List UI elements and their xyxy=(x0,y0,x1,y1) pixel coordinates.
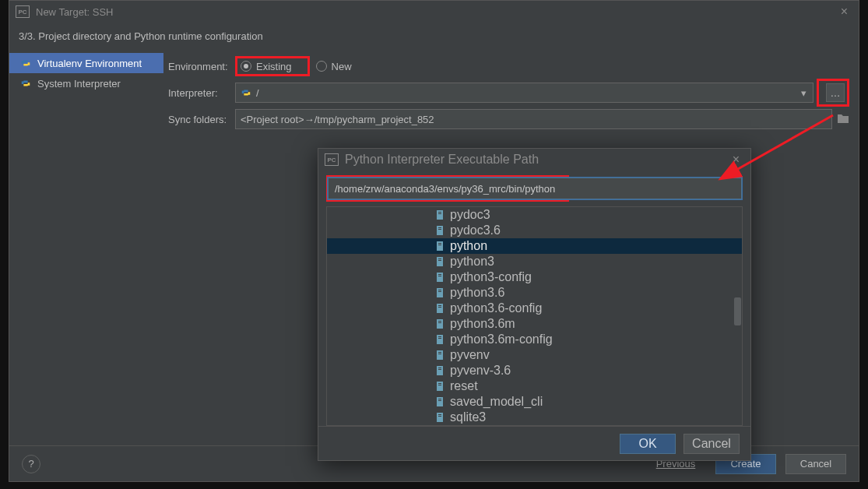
svg-rect-18 xyxy=(437,304,443,313)
sidebar-item-virtualenv[interactable]: Virtualenv Environment xyxy=(9,53,163,73)
cancel-button[interactable]: Cancel xyxy=(785,454,846,474)
list-item-label: python3.6 xyxy=(450,286,504,300)
svg-rect-19 xyxy=(438,305,441,306)
svg-rect-9 xyxy=(437,257,443,266)
list-item-label: python3-config xyxy=(450,270,532,284)
svg-rect-41 xyxy=(438,416,441,417)
file-icon xyxy=(436,413,445,422)
list-item-label: saved_model_cli xyxy=(450,395,543,409)
chevron-down-icon: ▾ xyxy=(801,87,807,99)
list-item[interactable]: python xyxy=(327,238,742,254)
svg-rect-13 xyxy=(438,274,441,275)
python-icon xyxy=(20,58,31,69)
cancel-button[interactable]: Cancel xyxy=(684,434,740,454)
browse-interpreter-button[interactable]: … xyxy=(826,83,845,102)
svg-rect-6 xyxy=(437,241,443,251)
row-interpreter: Interpreter: / ▾ … xyxy=(168,79,849,106)
sync-folders-label: Sync folders: xyxy=(168,114,235,125)
list-item[interactable]: python3.6 xyxy=(327,285,742,301)
help-button[interactable]: ? xyxy=(22,455,40,473)
list-item-label: python3.6m xyxy=(450,317,515,331)
list-item[interactable]: python3.6m-config xyxy=(327,332,742,347)
list-item-label: python3 xyxy=(450,255,494,269)
svg-rect-3 xyxy=(437,226,443,235)
svg-rect-39 xyxy=(437,413,443,422)
titlebar: PC New Target: SSH × xyxy=(9,1,859,23)
list-item-label: reset xyxy=(450,379,478,393)
list-item-label: pydoc3.6 xyxy=(450,223,501,237)
file-icon xyxy=(436,319,445,329)
environment-label: Environment: xyxy=(168,61,235,72)
svg-rect-16 xyxy=(438,290,441,290)
sync-folders-value: <Project root>→/tmp/pycharm_project_852 xyxy=(241,114,434,125)
interpreter-dropdown[interactable]: / ▾ xyxy=(235,83,814,103)
svg-rect-21 xyxy=(437,319,443,329)
list-item[interactable]: pydoc3 xyxy=(327,207,742,223)
list-item[interactable]: python3-config xyxy=(327,269,742,285)
file-icon xyxy=(436,335,445,344)
list-item[interactable]: pydoc3.6 xyxy=(327,223,742,238)
svg-rect-33 xyxy=(437,382,443,391)
file-icon xyxy=(436,273,445,282)
svg-rect-11 xyxy=(438,260,441,261)
list-item[interactable]: saved_model_cli xyxy=(327,394,742,410)
file-icon xyxy=(436,257,445,266)
list-item[interactable]: pyvenv-3.6 xyxy=(327,363,742,378)
list-item-label: python3.6m-config xyxy=(450,332,553,347)
svg-rect-24 xyxy=(437,335,443,344)
folder-icon[interactable] xyxy=(837,113,849,126)
radio-new[interactable]: New xyxy=(316,61,352,72)
dialog-interpreter-path: PC Python Interpreter Executable Path × … xyxy=(318,148,751,461)
close-icon[interactable]: × xyxy=(728,153,744,167)
sync-folders-input[interactable]: <Project root>→/tmp/pycharm_project_852 xyxy=(235,109,832,129)
pycharm-icon: PC xyxy=(325,153,339,166)
radio-existing[interactable]: Existing xyxy=(241,61,292,72)
pycharm-icon: PC xyxy=(16,5,30,18)
row-environment: Environment: Existing New xyxy=(168,53,849,79)
file-icon xyxy=(436,288,445,297)
svg-rect-28 xyxy=(438,352,441,353)
file-icon xyxy=(436,382,445,391)
file-icon xyxy=(436,366,445,375)
list-item[interactable]: python3.6-config xyxy=(327,301,742,316)
svg-rect-34 xyxy=(438,383,441,384)
svg-rect-20 xyxy=(438,307,441,308)
svg-rect-37 xyxy=(438,399,441,399)
sidebar: Virtualenv Environment System Interprete… xyxy=(9,51,163,441)
list-item-label: python xyxy=(450,239,487,253)
list-item-label: sqlite3 xyxy=(450,410,486,424)
list-item[interactable]: pyvenv xyxy=(327,347,742,363)
svg-rect-25 xyxy=(438,336,441,337)
ok-button[interactable]: OK xyxy=(620,434,676,454)
radio-icon xyxy=(316,61,327,72)
file-icon xyxy=(436,210,445,220)
list-item-label: pyvenv-3.6 xyxy=(450,364,511,378)
file-icon xyxy=(436,397,445,406)
file-icon xyxy=(436,241,445,251)
list-item[interactable]: python3 xyxy=(327,254,742,269)
close-icon[interactable]: × xyxy=(836,5,852,19)
radio-new-label: New xyxy=(332,61,352,72)
list-item[interactable]: reset xyxy=(327,378,742,394)
radio-existing-label: Existing xyxy=(256,61,292,72)
list-item-label: python3.6-config xyxy=(450,301,542,315)
svg-rect-29 xyxy=(438,354,441,354)
svg-rect-4 xyxy=(438,227,441,228)
svg-rect-10 xyxy=(438,259,441,259)
svg-rect-12 xyxy=(437,273,443,282)
scrollbar-thumb[interactable] xyxy=(734,297,741,325)
list-item[interactable]: sqlite3 xyxy=(327,410,742,425)
sidebar-item-label: System Interpreter xyxy=(37,78,121,90)
sidebar-item-system-interpreter[interactable]: System Interpreter xyxy=(9,73,163,93)
interpreter-path-input[interactable] xyxy=(328,178,742,199)
svg-rect-31 xyxy=(438,368,441,368)
list-item[interactable]: python3.6m xyxy=(327,316,742,332)
svg-rect-36 xyxy=(437,397,443,406)
svg-rect-27 xyxy=(437,350,443,360)
popup-footer: OK Cancel xyxy=(318,426,750,460)
file-icon xyxy=(436,350,445,360)
popup-title: Python Interpreter Executable Path xyxy=(345,153,539,167)
svg-rect-40 xyxy=(438,414,441,415)
sidebar-item-label: Virtualenv Environment xyxy=(37,58,142,69)
svg-rect-8 xyxy=(438,244,441,245)
